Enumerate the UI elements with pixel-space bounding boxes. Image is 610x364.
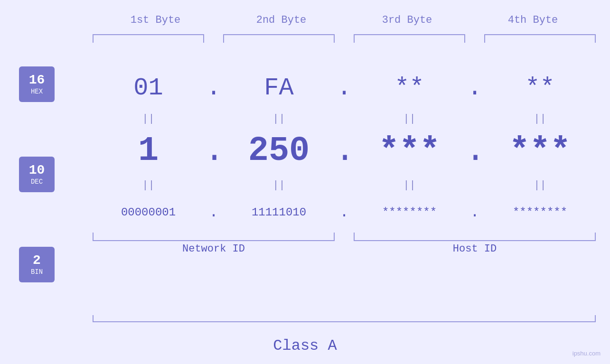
- dec-b3: ***: [354, 131, 465, 170]
- eq2-b4: ||: [484, 179, 596, 191]
- eq1-b2: ||: [223, 113, 335, 125]
- hex-badge: 16 HEX: [19, 66, 55, 102]
- bin-number: 2: [33, 253, 41, 268]
- top-brackets: [93, 34, 596, 43]
- bottom-brackets: [93, 233, 596, 241]
- eq1-b3: ||: [354, 113, 465, 125]
- class-label: Class A: [0, 337, 610, 355]
- bracket-gap2: [335, 34, 354, 43]
- base-labels: 16 HEX 10 DEC 2 BIN: [19, 66, 55, 282]
- eq1-b1: ||: [93, 113, 204, 125]
- dec-b4: ***: [484, 131, 596, 170]
- dec-badge: 10 DEC: [19, 157, 55, 192]
- bin-b1: 00000001: [93, 206, 204, 219]
- dec-dot2: .: [335, 131, 354, 170]
- eq2-b3: ||: [354, 179, 465, 191]
- dec-b2: 250: [223, 131, 335, 170]
- equals-row-2: || || || ||: [93, 176, 596, 195]
- network-bracket: [93, 233, 335, 241]
- bin-name: BIN: [31, 268, 43, 276]
- bin-b4: ********: [484, 206, 596, 219]
- hex-dot1: .: [204, 74, 223, 102]
- dec-number: 10: [29, 163, 45, 178]
- id-labels-row: Network ID Host ID: [93, 243, 596, 255]
- bracket-b2: [223, 34, 335, 43]
- bracket-b4: [484, 34, 596, 43]
- byte-headers: 1st Byte 2nd Byte 3rd Byte 4th Byte: [93, 14, 596, 26]
- host-bracket: [354, 233, 596, 241]
- byte4-header: 4th Byte: [470, 14, 596, 26]
- main-container: 1st Byte 2nd Byte 3rd Byte 4th Byte 16 H…: [0, 0, 610, 364]
- bracket-gap3: [465, 34, 484, 43]
- bin-dot1: .: [204, 204, 223, 221]
- byte3-header: 3rd Byte: [344, 14, 470, 26]
- bin-b3: ********: [354, 206, 465, 219]
- bin-badge: 2 BIN: [19, 247, 55, 282]
- eq1-b4: ||: [484, 113, 596, 125]
- hex-dot3: .: [465, 74, 484, 102]
- dec-b1: 1: [93, 131, 204, 170]
- bracket-b3: [354, 34, 465, 43]
- bin-b2: 11111010: [223, 206, 335, 219]
- watermark: ipshu.com: [572, 350, 601, 357]
- hex-number: 16: [29, 73, 45, 88]
- dec-dot3: .: [465, 131, 484, 170]
- equals-row-1: || || || ||: [93, 109, 596, 128]
- dec-row: 1 . 250 . *** . ***: [93, 126, 596, 176]
- network-id-label: Network ID: [93, 243, 335, 255]
- hex-row: 01 . FA . ** . **: [93, 66, 596, 109]
- hex-b1: 01: [93, 74, 204, 102]
- byte2-header: 2nd Byte: [218, 14, 344, 26]
- dec-name: DEC: [31, 178, 43, 186]
- bracket-gap1: [204, 34, 223, 43]
- hex-name: HEX: [31, 88, 43, 95]
- eq2-b2: ||: [223, 179, 335, 191]
- host-id-label: Host ID: [354, 243, 596, 255]
- bin-dot2: .: [335, 204, 354, 221]
- byte1-header: 1st Byte: [93, 14, 218, 26]
- hex-b4: **: [484, 74, 596, 102]
- bracket-b1: [93, 34, 204, 43]
- hex-dot2: .: [335, 74, 354, 102]
- hex-b2: FA: [223, 74, 335, 102]
- bin-dot3: .: [465, 204, 484, 221]
- bin-row: 00000001 . 11111010 . ******** . *******…: [93, 193, 596, 231]
- class-bracket: [93, 315, 596, 322]
- hex-b3: **: [354, 74, 465, 102]
- eq2-b1: ||: [93, 179, 204, 191]
- dec-dot1: .: [204, 131, 223, 170]
